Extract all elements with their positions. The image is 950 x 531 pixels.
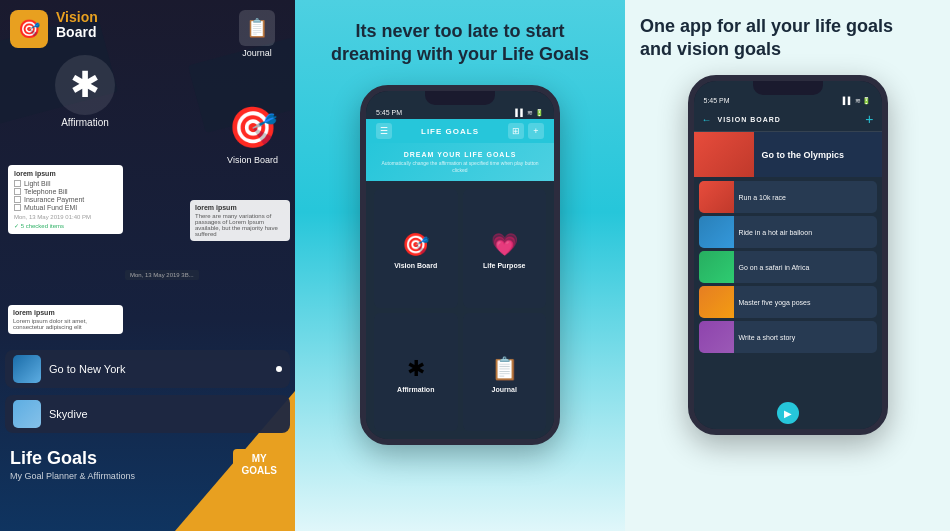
phone3-add-icon[interactable]: + [865, 111, 873, 127]
life-goals-text: Life Goals My Goal Planner & Affirmation… [10, 449, 233, 481]
goal-item-balloon[interactable]: Ride in a hot air balloon [699, 216, 877, 248]
back-arrow-icon[interactable]: ← [702, 114, 712, 125]
app-icon: 🎯 [10, 10, 48, 48]
goal-list: Run a 10k race Ride in a hot air balloon… [694, 177, 882, 397]
grid-cell-vision[interactable]: 🎯 Vision Board [374, 189, 458, 308]
lorem-card-right: lorem ipsum There are many variations of… [190, 200, 290, 241]
nav-title: LIFE GOALS [421, 127, 479, 136]
hero-goal-item[interactable]: Go to the Olympics [694, 132, 882, 177]
lorem-text-bottom: Lorem ipsum dolor sit amet, consectetur … [13, 318, 87, 330]
grid-view-icon[interactable]: ⊞ [508, 123, 524, 139]
goal-item-skydive[interactable]: Skydive [5, 395, 290, 433]
grid-cell-journal[interactable]: 📋 Journal [463, 313, 547, 432]
status-bar: 5:45 PM ▌▌ ≋ 🔋 [366, 105, 554, 119]
my-goals-line1: MY [241, 453, 277, 465]
phone-mockup-2: 5:45 PM ▌▌ ≋ 🔋 ☰ LIFE GOALS ⊞ + DREAM YO… [360, 85, 560, 445]
status-time: 5:45 PM [376, 109, 402, 117]
goal-thumb-balloon [699, 216, 734, 248]
checklist-title: lorem ipsum [14, 170, 117, 177]
goal-item-10k[interactable]: Run a 10k race [699, 181, 877, 213]
vision-board-label: Vision Board [227, 155, 278, 165]
goal-text-balloon: Ride in a hot air balloon [739, 229, 877, 236]
checklist-item: Telephone Bill [14, 188, 117, 195]
checklist-item-label: Insurance Payment [24, 196, 84, 203]
goal-thumb-skydive [13, 400, 41, 428]
phone3-nav-title: VISION BOARD [718, 116, 860, 123]
checkbox [14, 204, 21, 211]
life-goals-title: Life Goals [10, 449, 233, 469]
goal-text-safari: Go on a safari in Africa [739, 264, 877, 271]
lorem-title-bottom: lorem ipsum [13, 309, 118, 316]
status-icons: ▌▌ ≋ 🔋 [515, 109, 544, 117]
play-button[interactable]: ▶ [777, 402, 799, 424]
phone-notch [425, 91, 495, 105]
life-purpose-label: Life Purpose [483, 262, 525, 269]
goal-item-yoga[interactable]: Master five yoga poses [699, 286, 877, 318]
affirmation-label: Affirmation [61, 117, 109, 128]
checkbox [14, 196, 21, 203]
menu-icon[interactable]: ☰ [376, 123, 392, 139]
checklist-item-label: Telephone Bill [24, 188, 68, 195]
affirmation-section[interactable]: ✱ Affirmation [55, 55, 115, 128]
goal-label-skydive: Skydive [49, 408, 88, 420]
app-title: Vision Board [56, 10, 98, 41]
phone3-screen: 5:45 PM ▌▌ ≋ 🔋 ← VISION BOARD + Go to th… [694, 81, 882, 429]
panel3-headline: One app for all your life goals and visi… [640, 15, 920, 60]
panel2: Its never too late to start dreaming wit… [295, 0, 625, 531]
phone-notch-3 [753, 81, 823, 95]
goal-item-story[interactable]: Write a short story [699, 321, 877, 353]
app-title-board: Board [56, 25, 98, 40]
phone-screen: 5:45 PM ▌▌ ≋ 🔋 ☰ LIFE GOALS ⊞ + DREAM YO… [366, 91, 554, 439]
vision-board-section[interactable]: 🎯 Vision Board [225, 100, 280, 165]
grid-cell-life[interactable]: 💗 Life Purpose [463, 189, 547, 308]
add-icon[interactable]: + [528, 123, 544, 139]
hero-goal-thumb [694, 132, 754, 177]
goal-dot [276, 366, 282, 372]
checklist-item: Light Bill [14, 180, 117, 187]
asterisk-icon: ✱ [55, 55, 115, 115]
phone-mockup-3: 5:45 PM ▌▌ ≋ 🔋 ← VISION BOARD + Go to th… [688, 75, 888, 435]
journal-grid-icon: 📋 [491, 356, 518, 382]
goal-item-safari[interactable]: Go on a safari in Africa [699, 251, 877, 283]
phone-hero: DREAM YOUR LIFE GOALS Automatically chan… [366, 143, 554, 181]
target-icon: 🎯 [225, 100, 280, 155]
my-goals-badge[interactable]: MY GOALS [233, 449, 285, 481]
panel1: 🎯 Vision Board 📋 Journal ✱ Affirmation 🎯… [0, 0, 295, 531]
phone3-icons: ▌▌ ≋ 🔋 [843, 97, 872, 105]
phone3-nav: ← VISION BOARD + [694, 107, 882, 132]
my-goals-line2: GOALS [241, 465, 277, 477]
goal-thumb-10k [699, 181, 734, 213]
panel2-headline: Its never too late to start dreaming wit… [325, 20, 595, 65]
play-btn-container: ▶ [694, 397, 882, 429]
checklist-item: Mutual Fund EMI [14, 204, 117, 211]
journal-icon: 📋 [239, 10, 275, 46]
grid-cell-affirmation[interactable]: ✱ Affirmation [374, 313, 458, 432]
journal-grid-label: Journal [492, 386, 517, 393]
checklist-item: Insurance Payment [14, 196, 117, 203]
goal-text-yoga: Master five yoga poses [739, 299, 877, 306]
checkbox [14, 180, 21, 187]
phone3-time: 5:45 PM [704, 97, 730, 105]
goal-item-york[interactable]: Go to New York [5, 350, 290, 388]
goal-label-york: Go to New York [49, 363, 125, 375]
goal-thumb-yoga [699, 286, 734, 318]
journal-label: Journal [242, 48, 272, 58]
app-header: 🎯 Vision Board [10, 10, 98, 48]
journal-section[interactable]: 📋 Journal [239, 10, 275, 58]
goal-thumb-york [13, 355, 41, 383]
checked-items: ✓ 5 checked items [14, 222, 117, 229]
lorem-text-right: There are many variations of passages of… [195, 213, 278, 237]
life-purpose-icon: 💗 [491, 232, 518, 258]
vision-board-grid-icon: 🎯 [402, 232, 429, 258]
panel3: One app for all your life goals and visi… [625, 0, 950, 531]
phone-grid: 🎯 Vision Board 💗 Life Purpose ✱ Affirmat… [366, 181, 554, 439]
checkbox [14, 188, 21, 195]
app-title-vision: Vision [56, 10, 98, 25]
lorem-card-bottom: lorem ipsum Lorem ipsum dolor sit amet, … [8, 305, 123, 334]
date-badge: Mon, 13 May 2019 3B... [125, 270, 199, 280]
phone-nav-bar: ☰ LIFE GOALS ⊞ + [366, 119, 554, 143]
lorem-title-right: lorem ipsum [195, 204, 285, 211]
vision-board-grid-label: Vision Board [394, 262, 437, 269]
goal-text-story: Write a short story [739, 334, 877, 341]
affirmation-grid-icon: ✱ [407, 356, 425, 382]
